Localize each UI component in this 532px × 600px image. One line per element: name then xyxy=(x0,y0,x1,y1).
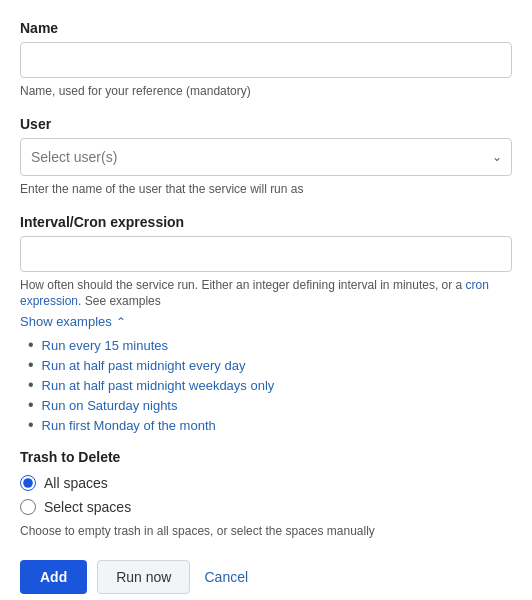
example-link[interactable]: Run every 15 minutes xyxy=(42,338,168,353)
trash-label: Trash to Delete xyxy=(20,449,512,465)
user-select[interactable]: Select user(s) xyxy=(20,138,512,176)
cron-hint-text1: How often should the service run. Either… xyxy=(20,278,466,292)
list-item: Run on Saturday nights xyxy=(28,397,512,413)
cron-field-group: Interval/Cron expression How often shoul… xyxy=(20,214,512,434)
show-examples-button[interactable]: Show examples ⌃ xyxy=(20,314,126,329)
select-spaces-option[interactable]: Select spaces xyxy=(20,499,512,515)
list-item: Run first Monday of the month xyxy=(28,417,512,433)
add-button[interactable]: Add xyxy=(20,560,87,594)
cron-input[interactable] xyxy=(20,236,512,272)
cancel-button[interactable]: Cancel xyxy=(200,561,252,593)
user-select-wrapper: Select user(s) ⌄ xyxy=(20,138,512,176)
trash-section: Trash to Delete All spaces Select spaces… xyxy=(20,449,512,540)
name-label: Name xyxy=(20,20,512,36)
user-hint: Enter the name of the user that the serv… xyxy=(20,181,512,198)
list-item: Run every 15 minutes xyxy=(28,337,512,353)
cron-hint-text2: . See examples xyxy=(78,294,161,308)
all-spaces-radio[interactable] xyxy=(20,475,36,491)
all-spaces-option[interactable]: All spaces xyxy=(20,475,512,491)
example-link[interactable]: Run first Monday of the month xyxy=(42,418,216,433)
run-now-button[interactable]: Run now xyxy=(97,560,190,594)
list-item: Run at half past midnight weekdays only xyxy=(28,377,512,393)
all-spaces-label: All spaces xyxy=(44,475,108,491)
select-spaces-label: Select spaces xyxy=(44,499,131,515)
cron-hint: How often should the service run. Either… xyxy=(20,277,512,311)
user-field-group: User Select user(s) ⌄ Enter the name of … xyxy=(20,116,512,198)
example-link[interactable]: Run at half past midnight every day xyxy=(42,358,246,373)
name-input[interactable] xyxy=(20,42,512,78)
show-examples-label: Show examples xyxy=(20,314,112,329)
name-hint: Name, used for your reference (mandatory… xyxy=(20,83,512,100)
caret-up-icon: ⌃ xyxy=(116,315,126,329)
trash-hint: Choose to empty trash in all spaces, or … xyxy=(20,523,512,540)
cron-label: Interval/Cron expression xyxy=(20,214,512,230)
select-spaces-radio[interactable] xyxy=(20,499,36,515)
example-link[interactable]: Run at half past midnight weekdays only xyxy=(42,378,275,393)
user-label: User xyxy=(20,116,512,132)
list-item: Run at half past midnight every day xyxy=(28,357,512,373)
name-field-group: Name Name, used for your reference (mand… xyxy=(20,20,512,100)
examples-list: Run every 15 minutesRun at half past mid… xyxy=(28,337,512,433)
example-link[interactable]: Run on Saturday nights xyxy=(42,398,178,413)
action-buttons: Add Run now Cancel xyxy=(20,560,512,594)
